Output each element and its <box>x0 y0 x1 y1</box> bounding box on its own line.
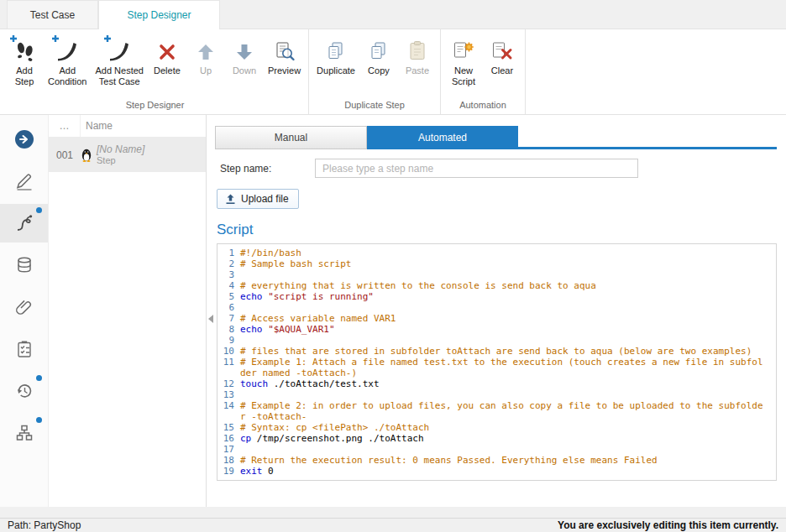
tab-step-designer[interactable]: Step Designer <box>98 0 220 29</box>
code-line-text: # Example 2: in order to upload files, y… <box>240 400 765 422</box>
upload-icon <box>225 194 236 205</box>
ribbon-group-step-designer: Add Step Add Condition <box>2 29 309 114</box>
mode-tabs: Manual Automated <box>215 126 777 149</box>
code-line: 12touch ./toAttach/test.txt <box>217 378 776 389</box>
copy-button[interactable]: Copy <box>359 35 398 77</box>
paste-button[interactable]: Paste <box>398 35 437 77</box>
step-editor-panel: Manual Automated Step name: Upload file … <box>207 115 786 507</box>
delete-button[interactable]: Delete <box>148 35 186 77</box>
up-button[interactable]: Up <box>186 35 225 77</box>
code-line-text: # Example 1: Attach a file named test.tx… <box>240 357 765 378</box>
linux-penguin-icon <box>81 148 92 162</box>
data-icon <box>15 256 34 274</box>
steps-list-header: … Name <box>49 115 206 138</box>
tab-manual[interactable]: Manual <box>215 126 367 149</box>
line-number: 1 <box>217 248 240 258</box>
code-line: 3 <box>217 269 776 280</box>
status-bar: Path: PartyShop You are exclusively edit… <box>0 518 786 532</box>
line-number: 16 <box>217 433 240 444</box>
tab-step-designer-label: Step Designer <box>127 9 191 21</box>
add-nested-test-case-label: Add Nested Test Case <box>95 65 143 87</box>
code-line-text: # Sample bash script <box>240 258 765 269</box>
code-line-text: cp /tmp/screenshot.png ./toAttach <box>240 433 765 444</box>
tab-underline <box>518 147 777 149</box>
line-number: 6 <box>217 302 240 313</box>
rail-item-steps[interactable] <box>0 204 48 243</box>
code-line-text: # Return the execution result: 0 means P… <box>240 455 765 466</box>
script-code-editor[interactable]: 1#!/bin/bash2# Sample bash script3 4# ev… <box>217 243 777 481</box>
nested-ramp-add-icon <box>107 36 131 63</box>
upload-file-label: Upload file <box>241 193 289 205</box>
code-line: 6 <box>217 302 776 313</box>
line-number: 13 <box>217 389 240 400</box>
line-number: 11 <box>217 357 240 378</box>
code-line-text <box>240 269 765 280</box>
step-name-label: Step name: <box>220 163 315 175</box>
step-list-row[interactable]: 001 [No Name] Step <box>49 138 206 172</box>
code-line: 17 <box>217 444 776 455</box>
code-line: 5echo "script is running" <box>217 291 776 302</box>
paste-clipboard-icon <box>407 36 427 63</box>
collapse-arrow-icon[interactable] <box>208 315 213 323</box>
code-line-text: # everything that is written to the cons… <box>240 280 765 291</box>
rail-item-tasks[interactable] <box>0 330 48 368</box>
down-button[interactable]: Down <box>225 35 264 77</box>
rail-item-edit[interactable] <box>0 162 48 201</box>
clear-button[interactable]: Clear <box>483 35 521 77</box>
notification-dot <box>36 207 42 213</box>
duplicate-button[interactable]: Duplicate <box>312 35 359 77</box>
rail-item-history[interactable] <box>0 372 48 410</box>
steps-icon <box>14 213 34 233</box>
step-name: [No Name] <box>97 143 144 155</box>
step-name-input[interactable] <box>315 159 638 178</box>
code-line-text: echo "$AQUA_VAR1" <box>240 324 765 335</box>
attachment-icon <box>15 298 34 316</box>
preview-label: Preview <box>268 65 301 76</box>
preview-magnifier-icon <box>274 36 296 63</box>
add-condition-button[interactable]: Add Condition <box>44 35 91 88</box>
code-line-text: touch ./toAttach/test.txt <box>240 378 765 389</box>
code-line-text: exit 0 <box>240 466 765 477</box>
copy-pages-icon <box>368 36 390 63</box>
upload-file-button[interactable]: Upload file <box>217 189 299 209</box>
steps-list-panel: … Name 001 [No Name] Step <box>49 115 207 507</box>
tab-test-case[interactable]: Test Case <box>7 0 98 29</box>
line-number: 9 <box>217 335 240 346</box>
new-script-button[interactable]: New Script <box>444 35 483 88</box>
preview-button[interactable]: Preview <box>264 35 305 77</box>
line-number: 5 <box>217 291 240 302</box>
line-number: 4 <box>217 280 240 291</box>
code-line: 19exit 0 <box>217 466 776 477</box>
code-line: 11# Example 1: Attach a file named test.… <box>217 357 776 378</box>
rail-item-navigate[interactable] <box>0 120 48 159</box>
line-number: 10 <box>217 346 240 357</box>
rail-item-dependencies[interactable] <box>0 414 48 452</box>
code-line-text: # Access variable named VAR1 <box>240 313 765 324</box>
duplicate-label: Duplicate <box>317 65 355 76</box>
arrow-up-icon <box>196 36 215 63</box>
code-line: 13 <box>217 389 776 400</box>
add-step-button[interactable]: Add Step <box>5 35 44 88</box>
code-line: 14# Example 2: in order to upload files,… <box>217 400 776 422</box>
rail-item-attachments[interactable] <box>0 288 48 326</box>
add-nested-test-case-button[interactable]: Add Nested Test Case <box>91 35 147 88</box>
code-line: 1#!/bin/bash <box>217 248 776 258</box>
code-line: 18# Return the execution result: 0 means… <box>217 455 776 466</box>
step-number: 001 <box>49 149 81 161</box>
delete-label: Delete <box>154 65 181 76</box>
tasks-icon <box>15 340 34 358</box>
plus-icon <box>50 34 60 44</box>
code-lines: 1#!/bin/bash2# Sample bash script3 4# ev… <box>217 248 776 477</box>
tab-manual-label: Manual <box>275 132 307 143</box>
history-icon <box>15 382 34 400</box>
line-number: 19 <box>217 466 240 477</box>
notification-dot <box>36 417 42 423</box>
paste-label: Paste <box>406 65 429 76</box>
delete-x-icon <box>157 36 177 63</box>
clear-label: Clear <box>491 65 513 76</box>
tab-automated-label: Automated <box>418 132 467 143</box>
hierarchy-icon <box>15 424 34 442</box>
tab-automated[interactable]: Automated <box>367 126 518 149</box>
code-line-text <box>240 302 765 313</box>
rail-item-data[interactable] <box>0 246 48 284</box>
